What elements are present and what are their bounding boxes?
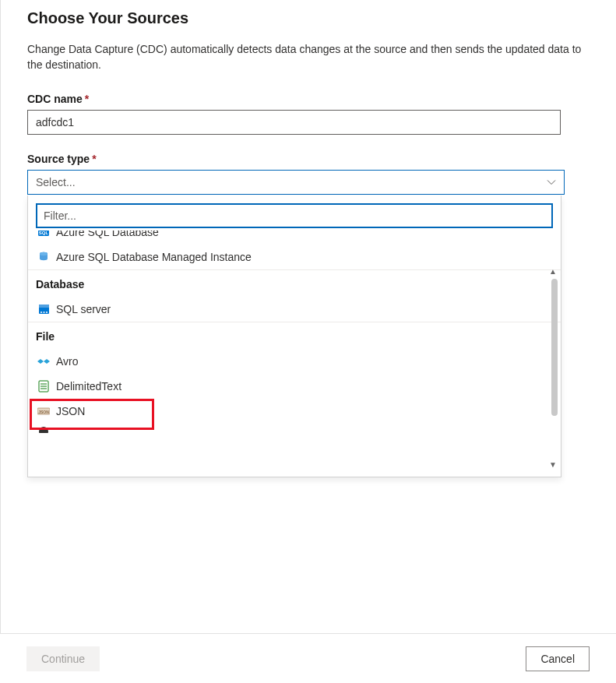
source-type-label: Source type* [27, 153, 97, 165]
svg-text:JSON: JSON [38, 409, 49, 414]
required-asterisk: * [92, 153, 96, 165]
option-avro[interactable]: Avro [28, 349, 561, 374]
source-type-dropdown: SQL Azure SQL Database Azure SQL Databas… [27, 195, 561, 477]
cdc-name-label: CDC name* [27, 93, 89, 105]
azure-sql-mi-icon [37, 251, 50, 263]
svg-point-8 [46, 312, 48, 313]
delimited-text-icon [37, 380, 50, 393]
svg-point-3 [40, 252, 48, 255]
option-delimited-text[interactable]: DelimitedText [28, 374, 561, 399]
azure-sql-icon: SQL [37, 231, 50, 238]
dropdown-filter-input[interactable] [36, 203, 553, 228]
page-title: Choose Your Sources [27, 9, 590, 27]
orc-icon [37, 425, 50, 433]
svg-point-6 [40, 312, 42, 313]
scroll-up-arrow[interactable]: ▲ [547, 266, 558, 277]
required-asterisk: * [85, 93, 89, 105]
option-label: Azure SQL Database Managed Instance [56, 251, 252, 263]
option-azure-sql-mi[interactable]: Azure SQL Database Managed Instance [28, 245, 561, 269]
option-label: JSON [56, 405, 85, 417]
svg-point-15 [39, 427, 48, 433]
option-azure-sql-database[interactable]: SQL Azure SQL Database [28, 231, 561, 245]
cdc-name-input[interactable] [27, 110, 561, 135]
sql-server-icon [37, 303, 50, 315]
option-label: Azure SQL Database [56, 231, 159, 238]
cancel-button[interactable]: Cancel [526, 646, 590, 671]
option-label: DelimitedText [56, 380, 121, 393]
svg-text:SQL: SQL [39, 231, 49, 235]
svg-point-7 [43, 312, 44, 313]
chevron-down-icon [547, 178, 556, 187]
option-label: SQL server [56, 303, 111, 315]
group-header-database: Database [28, 269, 561, 297]
group-header-file: File [28, 322, 561, 349]
scrollbar-thumb[interactable] [551, 279, 558, 416]
svg-rect-5 [39, 305, 49, 308]
select-placeholder: Select... [36, 176, 76, 188]
option-orc-partial[interactable] [28, 424, 561, 433]
option-json[interactable]: JSON JSON [28, 399, 561, 424]
footer-bar: Continue Cancel [0, 633, 616, 683]
continue-button: Continue [26, 646, 100, 671]
option-label: Avro [56, 355, 79, 368]
option-sql-server[interactable]: SQL server [28, 297, 561, 322]
page-description: Change Data Capture (CDC) automatically … [27, 41, 590, 73]
avro-icon [37, 355, 50, 368]
source-type-select[interactable]: Select... [27, 170, 565, 195]
scroll-down-arrow[interactable]: ▼ [547, 459, 558, 470]
json-icon: JSON [37, 405, 50, 417]
